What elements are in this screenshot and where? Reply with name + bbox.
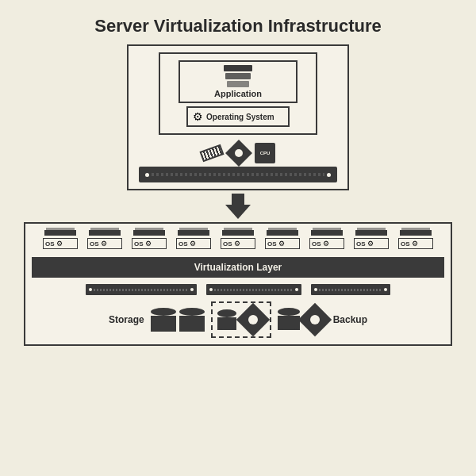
vm-unit-7: OS ⚙	[306, 230, 347, 249]
main-container: Server Virtualization Infrastructure App…	[8, 8, 468, 468]
disk-diamond-icon	[225, 140, 252, 167]
vm-os-box-7: OS ⚙	[309, 238, 344, 249]
application-box: Application	[178, 60, 298, 103]
stack-layer-3	[227, 81, 249, 87]
storage-cylinders	[151, 308, 205, 332]
arrow-down-container	[225, 194, 251, 219]
mini-rack-2	[206, 284, 301, 295]
app-stack-icon	[224, 65, 252, 87]
page-title: Server Virtualization Infrastructure	[94, 16, 382, 36]
os-gear-icon: ⚙	[193, 110, 203, 123]
vm-stack-9	[397, 230, 434, 236]
arrow-shaft	[232, 194, 244, 205]
vm-os-label-1: OS	[45, 240, 55, 248]
rack-bar	[152, 173, 324, 176]
backup-diamond-icon	[298, 303, 331, 336]
cyl-top-b1	[278, 308, 300, 316]
virtualization-layer-bar: Virtualization Layer	[32, 257, 444, 278]
mini-rack-dot-4	[295, 288, 298, 291]
vm-gear-4: ⚙	[190, 240, 196, 248]
vm-os-box-4: OS ⚙	[176, 238, 211, 249]
vm-row: OS ⚙ OS ⚙ OS ⚙	[40, 230, 436, 249]
cpu-icon	[255, 143, 275, 163]
bottom-virtualization-box: OS ⚙ OS ⚙ OS ⚙	[24, 222, 452, 346]
vm-stack-7	[309, 230, 345, 236]
backup-diamond-inner	[310, 315, 320, 324]
virt-layer-label: Virtualization Layer	[194, 262, 282, 273]
mini-rack-bar-3	[319, 289, 382, 291]
mini-rack-bar-2	[214, 289, 294, 291]
cyl-body-2	[179, 316, 205, 332]
cyl-body-b1	[278, 316, 300, 330]
stack-layer-1	[224, 65, 252, 71]
vm-stack-6	[264, 230, 301, 236]
vm-gear-6: ⚙	[278, 240, 285, 248]
vm-stack-4	[175, 230, 212, 236]
vm-stack-8	[353, 230, 390, 236]
vm-unit-3: OS ⚙	[129, 230, 170, 249]
vm-os-box-2: OS ⚙	[87, 238, 122, 249]
cyl-top-1	[151, 308, 176, 316]
mini-rack-1	[86, 284, 197, 295]
vm-app-layer-3	[133, 230, 165, 236]
vm-os-box-3: OS ⚙	[132, 238, 167, 249]
vm-gear-7: ⚙	[323, 240, 329, 248]
vm-unit-4: OS ⚙	[173, 230, 214, 249]
storage-dashed-box	[211, 301, 271, 338]
mini-rack-dot-5	[314, 288, 317, 291]
vm-unit-6: OS ⚙	[262, 230, 303, 249]
vm-stack-1	[42, 230, 79, 236]
server-racks-row	[32, 284, 444, 295]
backup-items	[278, 308, 327, 332]
hardware-icons-row	[201, 143, 275, 163]
arrow-head	[225, 205, 251, 219]
top-server-box: Application ⚙ Operating System	[127, 44, 349, 190]
mini-rack-dot-1	[89, 288, 92, 291]
server-rack	[139, 167, 337, 182]
vm-gear-1: ⚙	[56, 240, 63, 248]
monitor-outer: Application ⚙ Operating System	[159, 52, 317, 135]
vm-os-box-1: OS ⚙	[43, 238, 78, 249]
cyl-body-3	[217, 317, 236, 330]
diamond-storage-inner	[248, 315, 258, 324]
cyl-top-2	[179, 308, 205, 316]
os-label: Operating System	[206, 113, 274, 121]
vm-app-layer-2	[89, 230, 121, 236]
vm-os-label-3: OS	[134, 240, 144, 248]
application-label: Application	[214, 89, 262, 98]
mini-rack-bar-1	[94, 289, 189, 291]
vm-app-layer-1	[44, 230, 76, 236]
vm-unit-9: OS ⚙	[395, 230, 436, 249]
vm-os-label-5: OS	[223, 240, 232, 248]
vm-gear-3: ⚙	[145, 240, 152, 248]
disk-diamond-inner	[235, 149, 243, 157]
vm-app-layer-6	[267, 230, 298, 236]
vm-os-label-7: OS	[312, 240, 321, 248]
vm-unit-8: OS ⚙	[351, 230, 392, 249]
vm-unit-1: OS ⚙	[40, 230, 81, 249]
vm-os-label-9: OS	[401, 240, 410, 248]
vm-app-layer-5	[222, 230, 254, 236]
vm-stack-2	[86, 230, 123, 236]
mini-rack-dot-6	[384, 288, 387, 291]
mini-rack-3	[311, 284, 390, 295]
vm-gear-5: ⚙	[234, 240, 240, 248]
vm-app-layer-7	[311, 230, 343, 236]
os-box: ⚙ Operating System	[186, 106, 290, 127]
cyl-body-1	[151, 316, 176, 332]
vm-os-label-8: OS	[356, 240, 366, 248]
mini-rack-dot-2	[190, 288, 194, 291]
vm-os-box-8: OS ⚙	[354, 238, 389, 249]
vm-unit-2: OS ⚙	[84, 230, 125, 249]
vm-os-box-5: OS ⚙	[221, 238, 255, 249]
vm-stack-5	[220, 230, 256, 236]
vm-app-layer-8	[355, 230, 387, 236]
vm-os-label-4: OS	[178, 240, 188, 248]
vm-os-box-6: OS ⚙	[265, 238, 300, 249]
vm-os-label-6: OS	[267, 240, 277, 248]
stack-layer-2	[225, 73, 251, 79]
cyl-top-3	[217, 309, 236, 317]
vm-stack-3	[131, 230, 167, 236]
vm-unit-5: OS ⚙	[217, 230, 259, 249]
vm-gear-8: ⚙	[367, 240, 374, 248]
